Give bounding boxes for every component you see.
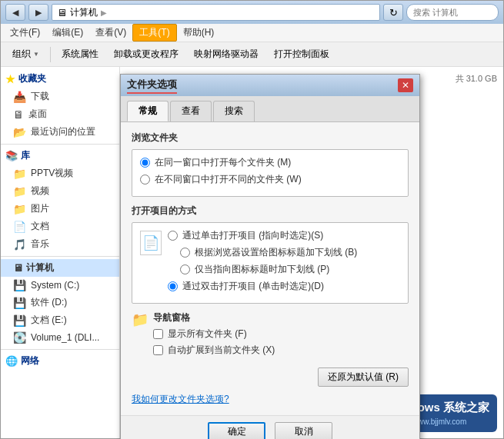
back-button[interactable]: ◀ <box>5 4 25 21</box>
open-option-1-label: 通过单击打开项目 (指向时选定)(S) <box>182 229 323 242</box>
sidebar-item-c[interactable]: 💾 System (C:) <box>1 277 119 294</box>
browse-section-box: 在同一窗口中打开每个文件夹 (M) 在不同窗口中打开不同的文件夹 (W) <box>132 149 409 197</box>
menu-tools[interactable]: 工具(T) <box>132 24 176 42</box>
file-icon: 📄 <box>140 231 162 255</box>
favorites-label: 收藏夹 <box>18 72 46 85</box>
cancel-button[interactable]: 取消 <box>275 422 332 439</box>
sidebar: ★ 收藏夹 📥 下载 🖥 桌面 📂 最近访问的位置 <box>1 67 120 438</box>
menu-file[interactable]: 文件(F) <box>4 25 46 41</box>
sidebar-item-download[interactable]: 📥 下载 <box>1 88 119 105</box>
music-icon: 🎵 <box>13 238 26 251</box>
open-radio-2[interactable] <box>180 248 190 258</box>
tab-view[interactable]: 查看 <box>170 101 212 121</box>
open-option-4: 通过双击打开项目 (单击时选定)(D) <box>168 280 400 293</box>
folder-options-dialog: 文件夹选项 ✕ 常规 查看 搜索 浏览文件夹 在同一窗口中打开每个文件夹 (M)… <box>120 74 420 439</box>
sidebar-item-music[interactable]: 🎵 音乐 <box>1 235 119 253</box>
open-option-1: 通过单击打开项目 (指向时选定)(S) <box>168 229 400 242</box>
sidebar-item-video[interactable]: 📁 视频 <box>1 182 119 200</box>
address-bar[interactable]: 🖥 计算机 ▶ <box>52 4 380 21</box>
dialog-title-bar: 文件夹选项 ✕ <box>121 75 419 96</box>
open-radio-options: 通过单击打开项目 (指向时选定)(S) 根据浏览器设置给图标标题加下划线 (B)… <box>168 229 400 297</box>
map-drive-button[interactable]: 映射网络驱动器 <box>187 45 265 65</box>
sidebar-item-pptv[interactable]: 📁 PPTV视频 <box>1 165 119 182</box>
tab-search[interactable]: 搜索 <box>213 101 255 121</box>
browse-option-2-label: 在不同窗口中打开不同的文件夹 (W) <box>155 173 302 186</box>
library-icon: 📚 <box>5 150 18 161</box>
map-drive-label: 映射网络驱动器 <box>194 48 259 61</box>
system-props-button[interactable]: 系统属性 <box>55 45 105 65</box>
menu-help[interactable]: 帮助(H) <box>177 25 221 41</box>
restore-default-button[interactable]: 还原为默认值 (R) <box>318 367 409 387</box>
nav-checkbox-2[interactable] <box>153 345 163 355</box>
video-icon: 📁 <box>13 185 26 198</box>
nav-icon-group: 📁 <box>132 311 149 328</box>
sidebar-divider-2 <box>1 256 119 257</box>
open-radio-4[interactable] <box>168 281 178 291</box>
drive-c-icon: 💾 <box>13 279 26 291</box>
browse-radio-2[interactable] <box>140 175 150 185</box>
favorites-section: ★ 收藏夹 📥 下载 🖥 桌面 📂 最近访问的位置 <box>1 70 119 141</box>
open-option-3: 仅当指向图标标题时加下划线 (P) <box>168 263 400 276</box>
open-section-title: 打开项目的方式 <box>132 205 409 218</box>
organize-button[interactable]: 组织 ▼ <box>5 45 46 65</box>
menu-view[interactable]: 查看(V) <box>89 25 132 41</box>
browse-section-title: 浏览文件夹 <box>132 131 409 145</box>
sidebar-item-recent[interactable]: 📂 最近访问的位置 <box>1 123 119 141</box>
confirm-button[interactable]: 确定 <box>208 422 265 439</box>
open-radio-1[interactable] <box>168 231 178 241</box>
sidebar-item-docs[interactable]: 📄 文档 <box>1 218 119 235</box>
nav-checkbox-1[interactable] <box>153 329 163 339</box>
title-bar: ◀ ▶ 🖥 计算机 ▶ ↻ <box>1 1 503 24</box>
drive-e-label: 文档 (E:) <box>31 314 67 327</box>
search-input[interactable] <box>406 4 499 21</box>
sidebar-divider-1 <box>1 144 119 145</box>
library-section: 📚 库 📁 PPTV视频 📁 视频 📁 图片 📄 文档 <box>1 147 119 253</box>
drive-c-label: System (C:) <box>31 280 79 291</box>
organize-label: 组织 <box>12 48 31 61</box>
organize-dropdown-icon: ▼ <box>33 51 39 58</box>
recent-icon: 📂 <box>13 126 26 138</box>
restore-btn-container: 还原为默认值 (R) <box>132 367 409 387</box>
computer-header[interactable]: 🖥 计算机 <box>1 259 119 277</box>
network-header[interactable]: 🌐 网络 <box>1 352 119 370</box>
toolbar-separator-1 <box>50 47 51 62</box>
library-header[interactable]: 📚 库 <box>1 147 119 165</box>
nav-option-2-label: 自动扩展到当前文件夹 (X) <box>168 344 275 357</box>
refresh-button[interactable]: ↻ <box>383 4 403 21</box>
sidebar-item-desktop[interactable]: 🖥 桌面 <box>1 105 119 123</box>
library-label: 库 <box>21 149 30 162</box>
help-link[interactable]: 我如何更改文件夹选项? <box>132 393 409 406</box>
menu-edit[interactable]: 编辑(E) <box>46 25 89 41</box>
path-text: 计算机 <box>70 6 98 19</box>
open-panel-button[interactable]: 打开控制面板 <box>267 45 336 65</box>
sidebar-item-pictures[interactable]: 📁 图片 <box>1 200 119 218</box>
browse-option-1: 在同一窗口中打开每个文件夹 (M) <box>140 156 400 169</box>
dialog-footer: 确定 取消 <box>121 415 419 439</box>
drive-d-label: 软件 (D:) <box>31 296 67 309</box>
sidebar-item-e[interactable]: 💾 文档 (E:) <box>1 311 119 329</box>
open-radio-3[interactable] <box>180 264 190 274</box>
desktop-icon: 🖥 <box>13 108 24 121</box>
nav-section: 📁 导航窗格 显示所有文件夹 (F) 自动扩展到当前文件夹 (X) <box>132 311 409 360</box>
uninstall-label: 卸载或更改程序 <box>114 48 179 61</box>
desktop-label: 桌面 <box>28 108 47 121</box>
browse-radio-1[interactable] <box>140 158 150 168</box>
dialog-close-button[interactable]: ✕ <box>398 78 413 92</box>
uninstall-button[interactable]: 卸载或更改程序 <box>107 45 185 65</box>
recent-label: 最近访问的位置 <box>31 125 95 138</box>
path-icon: 🖥 <box>57 7 67 18</box>
computer-label: 计算机 <box>26 261 54 274</box>
favorites-header[interactable]: ★ 收藏夹 <box>1 70 119 88</box>
sidebar-item-d[interactable]: 💾 软件 (D:) <box>1 294 119 311</box>
tab-general[interactable]: 常规 <box>127 101 169 121</box>
network-icon: 🌐 <box>5 355 18 367</box>
nav-option-2: 自动扩展到当前文件夹 (X) <box>153 344 409 357</box>
music-label: 音乐 <box>31 238 49 251</box>
forward-button[interactable]: ▶ <box>28 4 48 21</box>
network-label: 网络 <box>21 354 39 367</box>
browse-option-1-label: 在同一窗口中打开每个文件夹 (M) <box>155 156 291 169</box>
computer-section: 🖥 计算机 💾 System (C:) 💾 软件 (D:) 💾 文档 (E:) … <box>1 259 119 346</box>
open-option-2: 根据浏览器设置给图标标题加下划线 (B) <box>168 246 400 259</box>
sidebar-item-vol1[interactable]: 💽 Volume_1 (DLI... <box>1 329 119 346</box>
sidebar-divider-3 <box>1 349 119 350</box>
